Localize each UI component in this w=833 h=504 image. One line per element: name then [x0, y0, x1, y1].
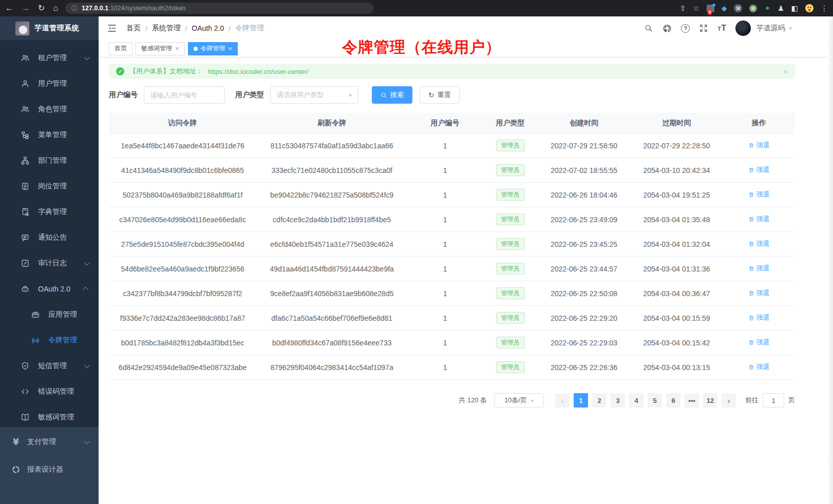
next-page-button[interactable]: ›: [722, 393, 736, 408]
reset-button[interactable]: ↻ 重置: [420, 86, 460, 104]
user-menu-caret-icon[interactable]: ▾: [789, 25, 792, 32]
page-ellipsis[interactable]: •••: [685, 393, 699, 408]
page-scrollbar[interactable]: [828, 16, 833, 504]
help-icon[interactable]: ?: [681, 24, 690, 33]
collapse-sidebar-icon[interactable]: [107, 23, 117, 33]
bookmark-star-icon[interactable]: ☆: [693, 4, 699, 12]
chevron-down-icon: [84, 362, 90, 368]
sidebar-item-dept[interactable]: 部门管理: [0, 148, 99, 173]
tab-home[interactable]: 首页: [109, 42, 132, 55]
filter-form: 用户编号 用户类型 请选择用户类型 ▾ 搜索 ↻ 重置: [109, 86, 795, 104]
user-type-select[interactable]: 请选择用户类型 ▾: [270, 86, 358, 104]
green-circle-extension-icon[interactable]: [749, 5, 757, 12]
tab-sensitive-words[interactable]: 敏感词管理×: [136, 42, 185, 55]
back-icon[interactable]: ←: [5, 4, 13, 12]
command-extension-icon[interactable]: ⌘: [734, 4, 742, 12]
logo-bar[interactable]: 芋道管理系统: [0, 16, 99, 40]
force-logout-button[interactable]: 强退: [748, 165, 770, 175]
chevron-up-icon: [83, 287, 88, 293]
search-button[interactable]: 搜索: [372, 86, 412, 104]
sidebar-item-errorcode[interactable]: 错误码管理: [0, 379, 99, 404]
alert-text: 【用户体系】文档地址：: [129, 67, 203, 76]
page-button-12[interactable]: 12: [703, 393, 717, 408]
browser-nav: ← → ↻ ⌂: [5, 4, 58, 12]
force-logout-button[interactable]: 强退: [748, 215, 770, 224]
table-row: 6d842e2924594de9a09e45e087323abe 8796295…: [109, 355, 795, 380]
sidebar-item-role[interactable]: 角色管理: [0, 96, 99, 122]
sidebar-item-tenant[interactable]: 租户管理: [0, 45, 99, 71]
force-logout-button[interactable]: 强退: [748, 141, 770, 150]
browser-menu-icon[interactable]: ⋮: [821, 4, 828, 12]
address-bar[interactable]: ⓘ 127.0.0.1:1024/system/oauth2/token: [65, 3, 373, 14]
breadcrumb-oauth[interactable]: OAuth 2.0: [192, 24, 224, 32]
sidebar-item-oauth-token[interactable]: 令牌管理: [0, 327, 99, 353]
sidebar-item-sensitive[interactable]: 敏感词管理: [0, 404, 99, 430]
force-logout-button[interactable]: 强退: [748, 264, 770, 273]
sidebar-item-menu[interactable]: 菜单管理: [0, 122, 99, 148]
site-info-icon[interactable]: ⓘ: [71, 4, 78, 13]
force-logout-button[interactable]: 强退: [748, 313, 770, 322]
sidebar-item-notice[interactable]: 通知公告: [0, 225, 99, 250]
breadcrumb-home[interactable]: 首页: [126, 24, 141, 33]
open-book-icon: [21, 413, 30, 422]
user-id-cell: 1: [407, 289, 483, 298]
browser-chrome: ← → ↻ ⌂ ⓘ 127.0.0.1:1024/system/oauth2/t…: [0, 0, 833, 16]
sidebar-item-sms[interactable]: 短信管理: [0, 353, 99, 379]
fullscreen-icon[interactable]: [699, 24, 708, 33]
user-type-cell: 管理员: [483, 337, 538, 348]
tab-close-icon[interactable]: ×: [229, 45, 233, 52]
doc-link[interactable]: https://doc.iocoder.cn/user-center/: [208, 68, 309, 75]
sidebar-item-pay[interactable]: ¥ 支付管理: [0, 428, 99, 456]
url-text[interactable]: 127.0.0.1:1024/system/oauth2/token: [82, 5, 185, 12]
page-button-5[interactable]: 5: [648, 393, 662, 408]
prev-page-button[interactable]: ‹: [555, 393, 570, 408]
sidebar-item-oauth[interactable]: OAuth 2.0: [0, 276, 99, 302]
username[interactable]: 芋道源码: [756, 24, 785, 33]
emoji-profile-icon[interactable]: [805, 4, 813, 12]
force-logout-button[interactable]: 强退: [748, 362, 770, 372]
access-token-cell: 54d6be82ee5a460a9aedc1f9bf223656: [109, 265, 256, 273]
sidebar-item-oauth-app[interactable]: 应用管理: [0, 302, 99, 327]
github-icon[interactable]: [662, 24, 672, 33]
tab-token[interactable]: 令牌管理×: [188, 42, 238, 55]
page-button-1[interactable]: 1: [574, 393, 588, 408]
tab-label: 首页: [115, 44, 127, 53]
sidebar-item-report[interactable]: 报表设计器: [0, 456, 99, 483]
green-star-extension-icon[interactable]: ✶: [764, 4, 770, 12]
alert-close-icon[interactable]: ×: [783, 67, 788, 76]
extension-icon[interactable]: 9: [707, 5, 714, 12]
force-logout-button[interactable]: 强退: [748, 239, 770, 248]
page-button-3[interactable]: 3: [611, 393, 625, 408]
page-size-select[interactable]: 10条/页 ▾: [494, 393, 544, 408]
font-size-icon[interactable]: TT: [717, 23, 726, 33]
pagination: 共 120 条 10条/页 ▾ ‹ 1 2 3 4 5 6 ••• 12 › 前…: [109, 393, 795, 408]
force-logout-button[interactable]: 强退: [748, 338, 770, 347]
action-cell: 强退: [723, 190, 795, 200]
page-button-2[interactable]: 2: [592, 393, 607, 408]
user-id-input[interactable]: [144, 86, 225, 104]
split-screen-extension-icon[interactable]: ◧: [791, 4, 798, 12]
force-logout-button[interactable]: 强退: [748, 190, 770, 199]
page-button-4[interactable]: 4: [629, 393, 643, 408]
user-type-placeholder: 请选择用户类型: [277, 90, 324, 100]
sidebar-item-audit[interactable]: 审计日志: [0, 250, 99, 276]
reload-icon[interactable]: ↻: [38, 4, 45, 12]
pawn-extension-icon[interactable]: ♟: [778, 4, 784, 12]
avatar[interactable]: [735, 21, 751, 36]
refresh-token-cell: b0df4980ffd34c67a08f9156e4eee733: [256, 339, 407, 347]
sidebar-item-user[interactable]: 用户管理: [0, 71, 99, 96]
force-logout-button[interactable]: 强退: [748, 288, 770, 298]
forward-icon[interactable]: →: [22, 4, 30, 12]
sidebar-item-post[interactable]: 岗位管理: [0, 173, 99, 199]
breadcrumb-system[interactable]: 系统管理: [152, 24, 181, 33]
user-id-cell: 1: [407, 240, 483, 248]
code-icon: [21, 387, 30, 396]
goto-page-input[interactable]: [763, 393, 784, 408]
page-button-6[interactable]: 6: [666, 393, 680, 408]
tab-close-icon[interactable]: ×: [175, 45, 179, 52]
gem-extension-icon[interactable]: ◆: [722, 4, 727, 12]
sidebar-item-dict[interactable]: 字典管理: [0, 199, 99, 225]
search-icon[interactable]: [644, 24, 653, 33]
home-icon[interactable]: ⌂: [53, 4, 58, 12]
share-icon[interactable]: ⇧: [679, 4, 686, 12]
